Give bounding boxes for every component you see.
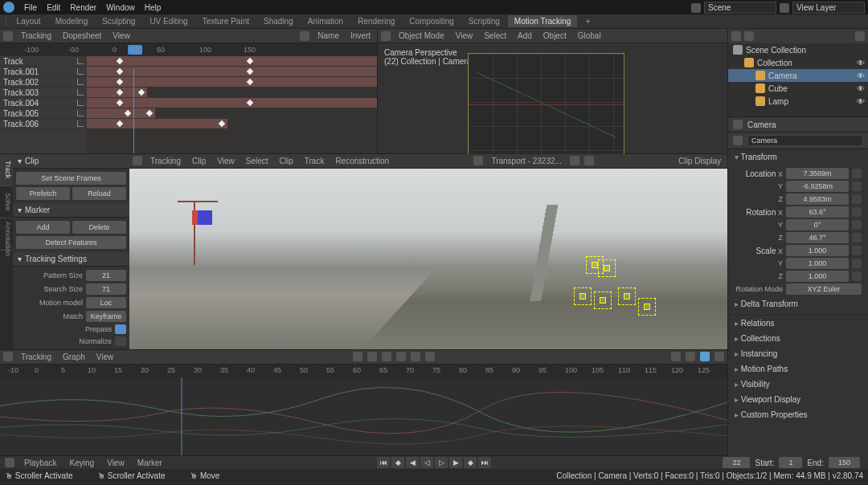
tab-compositing[interactable]: Compositing [403,15,461,27]
eye-icon[interactable]: 👁 [857,97,865,106]
filter-icon[interactable] [714,352,724,361]
tab-layout[interactable]: Layout [10,15,47,27]
tab-scripting[interactable]: Scripting [462,15,506,27]
dope-ruler[interactable]: -100 -50 0 22 50 100 150 [0,43,377,56]
tracker-marker[interactable] [579,293,586,300]
lock-icon[interactable] [852,220,862,230]
tracker-marker[interactable] [604,265,610,271]
menu-help[interactable]: Help [145,3,162,12]
outliner-item[interactable]: Cube👁 [728,82,868,95]
props-section-header[interactable]: Instancing [728,346,868,361]
graph-canvas[interactable] [0,377,727,456]
jump-end-button[interactable]: ⏭ [478,457,491,468]
panel-marker-header[interactable]: ▾ Marker [13,203,129,218]
menu-window[interactable]: Window [106,3,135,12]
outliner-item[interactable]: Collection👁 [728,56,868,69]
lock-icon[interactable] [852,233,862,243]
editor-type-icon[interactable] [3,352,13,361]
graph-tool-icon[interactable] [367,352,377,361]
graph-view[interactable]: View [93,352,117,362]
panel-clip-header[interactable]: ▾ Clip [13,154,129,169]
track-toggle-icon[interactable] [77,79,84,85]
vp-orient[interactable]: Global [575,31,604,41]
playback-menu[interactable]: Playback [21,458,60,468]
movie-icon[interactable] [473,156,483,165]
filter-icon[interactable] [300,31,309,41]
vp-object[interactable]: Object [540,31,570,41]
end-frame-input[interactable]: 150 [829,457,860,468]
pattern-size-input[interactable]: 21 [86,270,126,281]
mode-tracking[interactable]: Tracking [18,31,55,41]
vp-view[interactable]: View [452,31,477,41]
props-section-header[interactable]: Motion Paths [728,361,868,377]
clip-select[interactable]: Select [243,156,272,166]
graph-tool-icon[interactable] [411,352,420,361]
tab-modeling[interactable]: Modeling [49,15,95,27]
current-frame-marker[interactable]: 22 [128,45,142,55]
lock-icon[interactable] [852,246,862,255]
tab-uv[interactable]: UV Editing [143,15,194,27]
eye-icon[interactable]: 👁 [857,59,865,67]
transform-panel-header[interactable]: Transform [728,149,868,165]
search-size-input[interactable]: 71 [86,283,126,295]
clip-reconstruction[interactable]: Reconstruction [332,156,392,166]
editor-type-icon[interactable] [731,31,741,41]
viewlayer-input[interactable] [792,2,865,14]
reload-button[interactable]: Reload [72,187,126,200]
loc-y-input[interactable]: -6.9258m [786,181,849,192]
graph-tool-icon[interactable] [396,352,406,361]
normalize-checkbox[interactable] [115,336,126,346]
prepass-checkbox[interactable] [115,324,126,334]
eye-icon[interactable]: 👁 [857,71,865,80]
tab-shading[interactable]: Shading [257,15,300,27]
menu-edit[interactable]: Edit [47,3,60,12]
search-icon[interactable] [855,31,865,41]
menu-render[interactable]: Render [70,3,96,12]
add-marker-button[interactable]: Add [16,221,70,234]
play-button[interactable]: ▷ [435,457,448,468]
graph-tool-icon[interactable] [382,352,391,361]
detect-features-button[interactable]: Detect Features [16,236,126,249]
props-section-header[interactable]: Custom Properties [728,407,868,422]
graph-submode[interactable]: Graph [59,352,88,362]
start-frame-input[interactable]: 1 [779,457,802,468]
rot-x-input[interactable]: 63.6° [786,206,849,218]
clip-file[interactable]: Transport - 23232... [488,156,564,166]
lock-icon[interactable] [852,259,862,268]
dope-channels[interactable] [87,56,377,153]
eye-icon[interactable]: 👁 [857,84,865,93]
playhead[interactable] [133,68,134,153]
track-row[interactable]: Track.001 [0,67,87,77]
play-reverse-button[interactable]: ◁ [420,457,433,468]
vp-select[interactable]: Select [481,31,510,41]
tracker-marker[interactable] [600,297,606,304]
tab-rendering[interactable]: Rendering [351,15,401,27]
graph-tool-icon[interactable] [425,352,435,361]
rot-z-input[interactable]: 46.7° [786,232,849,243]
vtab-annotation[interactable]: Annotation [0,218,13,251]
editor-type-icon[interactable] [133,156,142,165]
delete-marker-button[interactable]: Delete [72,221,126,234]
track-toggle-icon[interactable] [77,110,84,116]
filter-icon[interactable] [744,31,754,41]
track-row[interactable]: Track.004 [0,98,87,108]
tracker-marker[interactable] [592,262,598,268]
track-row[interactable]: Track [0,56,87,67]
track-row[interactable]: Track.006 [0,119,87,129]
object-name-input[interactable] [747,135,863,146]
editor-type-icon[interactable] [381,31,391,41]
tracker-marker[interactable] [644,304,650,310]
object-mode[interactable]: Object Mode [395,31,448,41]
lock-icon[interactable] [852,194,862,204]
tracker-marker[interactable] [624,293,630,300]
tab-add[interactable]: + [579,15,596,27]
tab-animation[interactable]: Animation [301,15,350,27]
track-toggle-icon[interactable] [77,120,84,127]
submode-dopesheet[interactable]: Dopesheet [59,31,104,41]
keyframe-next-button[interactable]: ◆ [464,457,477,468]
filter-icon[interactable] [700,352,710,361]
match-select[interactable]: Keyframe [86,311,126,322]
ghost-icon[interactable] [671,352,681,361]
outliner-item[interactable]: Camera👁 [728,69,868,82]
delta-transform-header[interactable]: Delta Transform [735,296,862,312]
